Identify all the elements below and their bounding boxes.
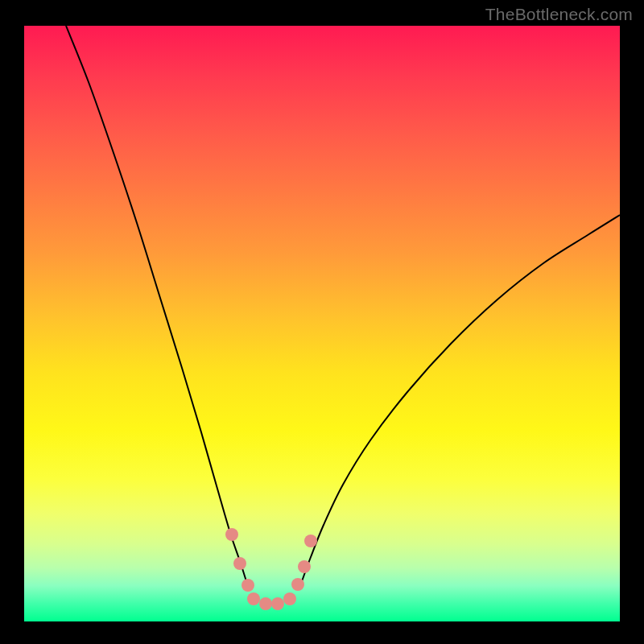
watermark-text: TheBottleneck.com — [485, 5, 633, 24]
data-marker — [233, 557, 246, 570]
chart-frame: TheBottleneck.com — [0, 0, 644, 644]
curve-left-arm — [66, 26, 246, 581]
data-marker — [304, 535, 317, 547]
data-marker — [247, 592, 260, 605]
data-marker — [259, 597, 272, 610]
data-marker — [298, 560, 311, 573]
data-markers-group — [225, 528, 317, 610]
data-marker — [271, 597, 284, 610]
chart-svg — [24, 26, 620, 621]
data-marker — [225, 528, 238, 541]
plot-area — [24, 26, 620, 621]
data-marker — [242, 579, 254, 592]
data-marker — [283, 592, 296, 605]
curve-right-arm — [302, 215, 620, 581]
data-marker — [291, 578, 304, 591]
